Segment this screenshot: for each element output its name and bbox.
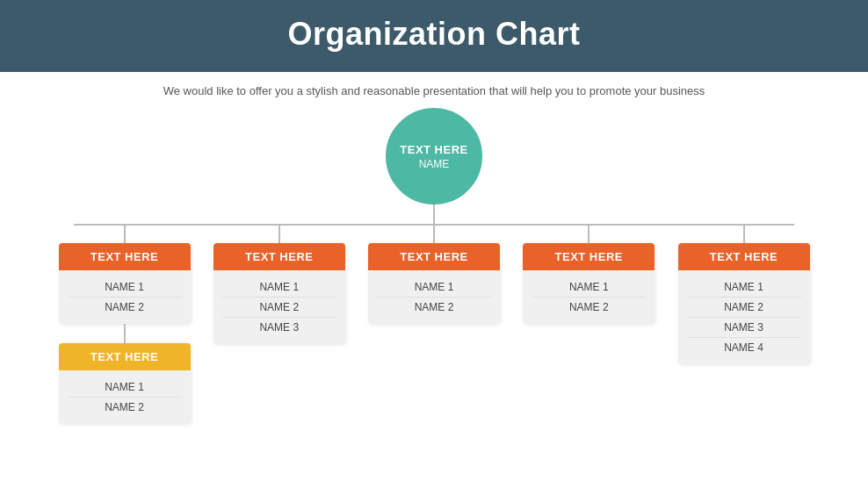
card-1: TEXT HERENAME 1NAME 2NAME 3 bbox=[213, 243, 345, 344]
child-card-header-0: TEXT HERE bbox=[59, 343, 191, 370]
level1-col-2: TEXT HERENAME 1NAME 2 bbox=[366, 226, 503, 324]
name-entry-0-1: NAME 2 bbox=[68, 298, 182, 317]
card-body-4: NAME 1NAME 2NAME 3NAME 4 bbox=[678, 270, 810, 364]
root-name: NAME bbox=[419, 158, 450, 170]
subtitle: We would like to offer you a stylish and… bbox=[0, 84, 868, 97]
name-entry-4-2: NAME 3 bbox=[687, 318, 801, 338]
page-title: Organization Chart bbox=[0, 16, 868, 53]
name-entry-3-1: NAME 2 bbox=[532, 298, 646, 317]
level1-col-1: TEXT HERENAME 1NAME 2NAME 3 bbox=[211, 226, 347, 344]
level1-col-0: TEXT HERENAME 1NAME 2TEXT HERENAME 1NAME… bbox=[56, 226, 192, 424]
level1-row: TEXT HERENAME 1NAME 2TEXT HERENAME 1NAME… bbox=[56, 226, 812, 424]
card-body-2: NAME 1NAME 2 bbox=[368, 270, 500, 324]
name-entry-4-0: NAME 1 bbox=[687, 277, 801, 298]
child-card-body-0: NAME 1NAME 2 bbox=[59, 370, 191, 424]
header: Organization Chart bbox=[0, 0, 868, 72]
name-entry-1-0: NAME 1 bbox=[222, 277, 336, 298]
child-name-entry-0-0: NAME 1 bbox=[68, 377, 182, 398]
root-node: TEXT HERE NAME bbox=[386, 108, 482, 205]
card-3: TEXT HERENAME 1NAME 2 bbox=[523, 243, 655, 324]
child-name-entry-0-1: NAME 2 bbox=[68, 398, 182, 417]
v-connector bbox=[124, 226, 126, 243]
root-down-connector bbox=[433, 205, 435, 224]
card-header-4: TEXT HERE bbox=[678, 243, 810, 270]
chart-area: TEXT HERE NAME TEXT HERENAME 1NAME 2TEXT… bbox=[0, 104, 868, 424]
v-connector bbox=[743, 226, 745, 243]
child-connector bbox=[124, 324, 126, 343]
v-connector bbox=[433, 226, 435, 243]
horizontal-line bbox=[74, 224, 794, 226]
child-card-0: TEXT HERENAME 1NAME 2 bbox=[59, 343, 191, 424]
card-4: TEXT HERENAME 1NAME 2NAME 3NAME 4 bbox=[678, 243, 810, 364]
name-entry-0-0: NAME 1 bbox=[68, 277, 182, 298]
name-entry-4-3: NAME 4 bbox=[687, 338, 801, 357]
name-entry-1-2: NAME 3 bbox=[222, 318, 336, 337]
card-body-1: NAME 1NAME 2NAME 3 bbox=[213, 270, 345, 344]
root-title: TEXT HERE bbox=[400, 143, 467, 156]
card-header-3: TEXT HERE bbox=[523, 243, 655, 270]
name-entry-2-1: NAME 2 bbox=[377, 298, 491, 317]
card-body-3: NAME 1NAME 2 bbox=[523, 270, 655, 324]
name-entry-3-0: NAME 1 bbox=[532, 277, 646, 298]
level1-col-3: TEXT HERENAME 1NAME 2 bbox=[521, 226, 657, 324]
card-header-0: TEXT HERE bbox=[59, 243, 191, 270]
v-connector bbox=[588, 226, 590, 243]
name-entry-1-1: NAME 2 bbox=[222, 298, 336, 318]
name-entry-4-1: NAME 2 bbox=[687, 298, 801, 318]
card-0: TEXT HERENAME 1NAME 2 bbox=[59, 243, 191, 324]
card-header-1: TEXT HERE bbox=[213, 243, 345, 270]
card-2: TEXT HERENAME 1NAME 2 bbox=[368, 243, 500, 324]
card-header-2: TEXT HERE bbox=[368, 243, 500, 270]
v-connector bbox=[278, 226, 280, 243]
level1-col-4: TEXT HERENAME 1NAME 2NAME 3NAME 4 bbox=[676, 226, 812, 364]
name-entry-2-0: NAME 1 bbox=[377, 277, 491, 298]
card-body-0: NAME 1NAME 2 bbox=[59, 270, 191, 324]
